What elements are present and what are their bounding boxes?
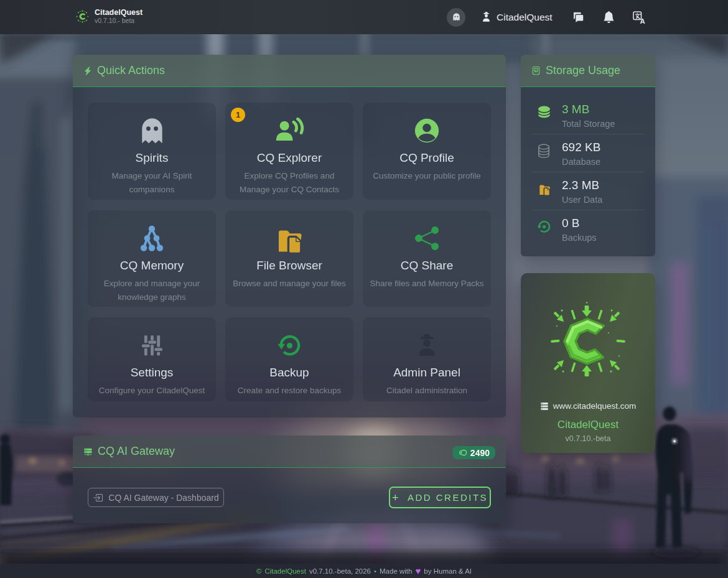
svg-text:A: A	[640, 17, 645, 24]
